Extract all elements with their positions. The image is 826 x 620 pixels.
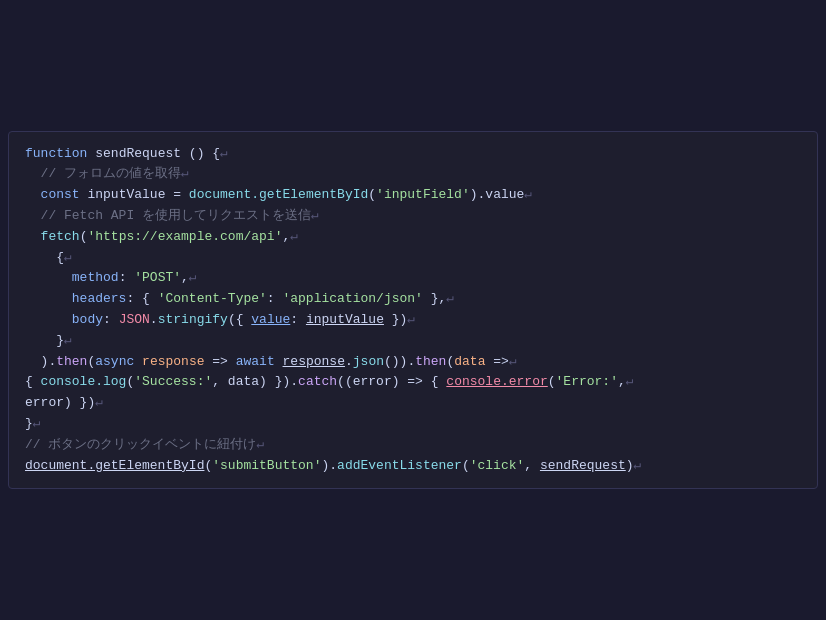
keyword-async: async <box>95 354 134 369</box>
param-data: data <box>454 354 485 369</box>
str-post: 'POST' <box>134 270 181 285</box>
fn-fetch: fetch <box>41 229 80 244</box>
keyword-await: await <box>236 354 275 369</box>
var-response: response <box>283 354 345 369</box>
method-then2: then <box>415 354 446 369</box>
method-consoleerror: console.error <box>446 374 547 389</box>
method-addeventlistener: addEventListener <box>337 458 462 473</box>
method-getElementById: document.getElementById <box>189 187 368 202</box>
key-body: body <box>72 312 103 327</box>
comment-3: // ボタンのクリックイベントに紐付け↵ <box>25 437 264 452</box>
method-stringify: stringify <box>158 312 228 327</box>
str-click: 'click' <box>470 458 525 473</box>
code-editor: function sendRequest () {↵ // フォロムの値を取得↵… <box>8 131 818 490</box>
keyword-function: function <box>25 146 87 161</box>
str-submitButton: 'submitButton' <box>212 458 321 473</box>
method-catch: catch <box>298 374 337 389</box>
method-then1: then <box>56 354 87 369</box>
str-inputField: 'inputField' <box>376 187 470 202</box>
comment-1: // フォロムの値を取得↵ <box>41 166 189 181</box>
str-url: 'https://example.com/api' <box>87 229 282 244</box>
var-inputValue: inputValue <box>87 187 165 202</box>
key-value: value <box>251 312 290 327</box>
keyword-const: const <box>41 187 80 202</box>
method-consolelog: console.log <box>41 374 127 389</box>
fn-sendRequest: sendRequest <box>95 146 181 161</box>
var-inputValue2: inputValue <box>306 312 384 327</box>
method-getelementbyid2: document.getElementById <box>25 458 204 473</box>
key-headers: headers <box>72 291 127 306</box>
str-appjson: 'application/json' <box>282 291 422 306</box>
param-response: response <box>142 354 204 369</box>
str-success: 'Success:' <box>134 374 212 389</box>
code-content: function sendRequest () {↵ // フォロムの値を取得↵… <box>25 144 801 477</box>
method-json: json <box>353 354 384 369</box>
fn-sendRequest2: sendRequest <box>540 458 626 473</box>
str-error: 'Error:' <box>556 374 618 389</box>
key-method: method <box>72 270 119 285</box>
str-content-type: 'Content-Type' <box>158 291 267 306</box>
comment-2: // Fetch API を使用してリクエストを送信↵ <box>41 208 319 223</box>
obj-JSON: JSON <box>119 312 150 327</box>
